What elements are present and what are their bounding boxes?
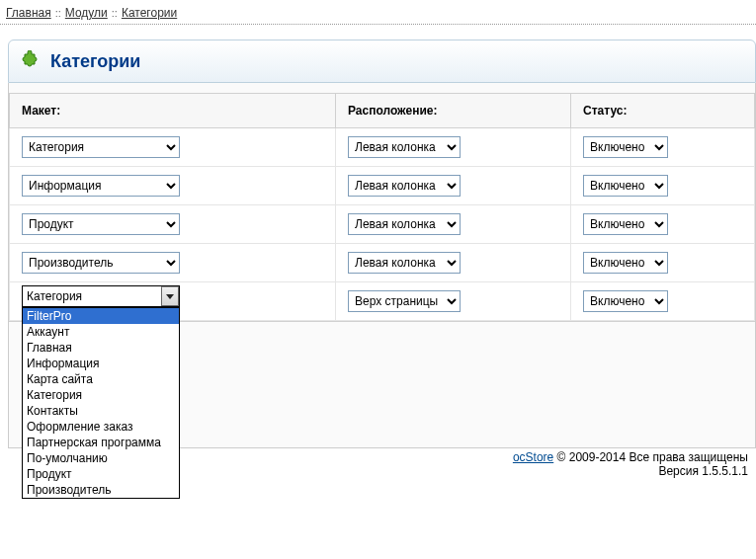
layout-select[interactable]: Продукт <box>22 213 180 235</box>
layout-select-open[interactable]: Категория FilterPro Аккаунт Главная Инфо… <box>22 285 180 499</box>
dropdown-option[interactable]: Продукт <box>23 466 179 482</box>
dropdown-option[interactable]: Аккаунт <box>23 324 179 340</box>
table-row: Категория Левая колонка Включено <box>10 128 755 167</box>
position-select[interactable]: Левая колонка <box>348 175 461 197</box>
table-row: Информация Левая колонка Включено <box>10 167 755 205</box>
page-title: Категории <box>50 51 140 72</box>
breadcrumb-category[interactable]: Категории <box>122 6 177 20</box>
footer-rights: © 2009-2014 Все права защищены <box>553 450 748 464</box>
breadcrumb: Главная :: Модули :: Категории <box>0 0 756 25</box>
breadcrumb-sep: :: <box>112 7 118 19</box>
header-status: Статус: <box>571 94 755 128</box>
dropdown-option[interactable]: Контакты <box>23 403 179 419</box>
layout-select-closed[interactable]: Категория <box>22 285 180 307</box>
dropdown-option[interactable]: Партнерская программа <box>23 435 179 450</box>
status-select[interactable]: Включено <box>583 290 668 312</box>
dropdown-option[interactable]: Главная <box>23 340 179 356</box>
position-select[interactable]: Левая колонка <box>348 252 461 274</box>
dropdown-option[interactable]: Категория <box>23 387 179 403</box>
plugin-icon <box>21 50 42 72</box>
panel-header: Категории <box>8 40 756 83</box>
layout-select-list[interactable]: FilterPro Аккаунт Главная Информация Кар… <box>22 307 180 499</box>
layout-select-value: Категория <box>27 289 82 303</box>
table-row: Производитель Левая колонка Включено <box>10 244 755 282</box>
footer-brand-link[interactable]: ocStore <box>513 450 553 464</box>
breadcrumb-home[interactable]: Главная <box>6 6 51 20</box>
chevron-down-icon[interactable] <box>161 286 179 306</box>
breadcrumb-sep: :: <box>55 7 61 19</box>
header-position: Расположение: <box>336 94 571 128</box>
dropdown-option[interactable]: По-умолчанию <box>23 450 179 466</box>
position-select[interactable]: Левая колонка <box>348 213 461 235</box>
layout-select[interactable]: Производитель <box>22 252 180 274</box>
footer-version: Версия 1.5.5.1.1 <box>513 464 748 478</box>
dropdown-option[interactable]: Оформление заказ <box>23 419 179 435</box>
dropdown-option[interactable]: Информация <box>23 356 179 371</box>
status-select[interactable]: Включено <box>583 136 668 158</box>
dropdown-option[interactable]: Карта сайта <box>23 371 179 387</box>
position-select[interactable]: Верх страницы <box>348 290 461 312</box>
breadcrumb-modules[interactable]: Модули <box>65 6 108 20</box>
layout-select[interactable]: Информация <box>22 175 180 197</box>
status-select[interactable]: Включено <box>583 252 668 274</box>
position-select[interactable]: Левая колонка <box>348 136 461 158</box>
dropdown-option[interactable]: Производитель <box>23 482 179 498</box>
header-layout: Макет: <box>10 94 336 128</box>
footer: ocStore © 2009-2014 Все права защищены В… <box>513 450 748 478</box>
table-row: Продукт Левая колонка Включено <box>10 205 755 244</box>
layout-select[interactable]: Категория <box>22 136 180 158</box>
status-select[interactable]: Включено <box>583 213 668 235</box>
status-select[interactable]: Включено <box>583 175 668 197</box>
dropdown-option[interactable]: FilterPro <box>23 308 179 324</box>
